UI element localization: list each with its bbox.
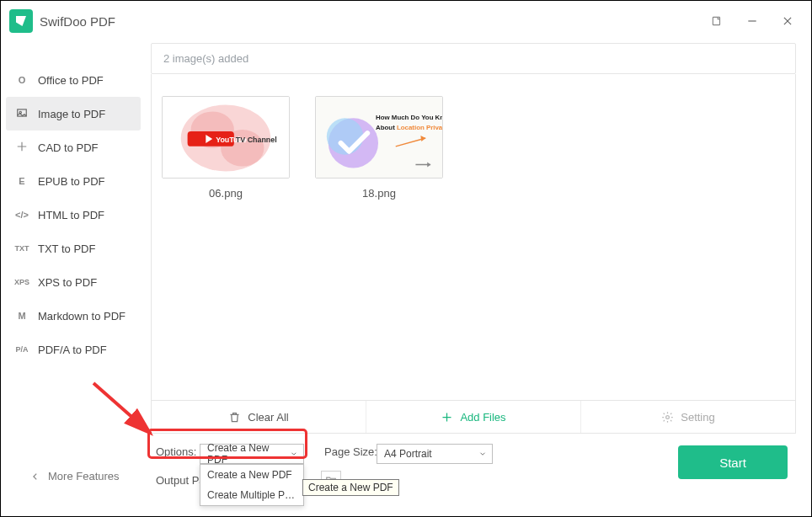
sidebar-item-label: Office to PDF bbox=[38, 74, 104, 87]
more-features-link[interactable]: More Features bbox=[31, 470, 120, 482]
app-logo bbox=[9, 9, 33, 33]
dropdown-option[interactable]: Create Multiple PDF ... bbox=[200, 485, 303, 505]
start-label: Start bbox=[719, 456, 746, 470]
sidebar-item-txt[interactable]: TXTTXT to PDF bbox=[1, 232, 146, 265]
thumbnail-item[interactable]: How Much Do You Know About Location Priv… bbox=[315, 96, 443, 200]
titlebar-extra-button[interactable] bbox=[702, 8, 732, 35]
pagesize-value: A4 Portrait bbox=[384, 448, 432, 460]
options-value: Create a New PDF bbox=[207, 442, 290, 466]
thumbnail-area: YouTube TV Channel 06.png How Much Do Yo… bbox=[151, 74, 796, 401]
sidebar-item-cad[interactable]: CAD to PDF bbox=[1, 131, 146, 164]
thumbnail-item[interactable]: YouTube TV Channel 06.png bbox=[162, 96, 290, 200]
setting-button[interactable]: Setting bbox=[581, 401, 795, 433]
sidebar: OOffice to PDF Image to PDF CAD to PDF E… bbox=[1, 41, 146, 434]
svg-text:TV Channel: TV Channel bbox=[236, 136, 277, 144]
action-bar: Clear All Add Files Setting bbox=[151, 401, 796, 434]
sidebar-item-markdown[interactable]: MMarkdown to PDF bbox=[1, 299, 146, 333]
sidebar-item-label: Image to PDF bbox=[38, 108, 105, 120]
add-files-label: Add Files bbox=[460, 411, 505, 424]
trash-icon bbox=[228, 411, 241, 424]
thumbnail-caption: 18.png bbox=[315, 187, 443, 200]
sidebar-item-label: TXT to PDF bbox=[38, 243, 95, 255]
sidebar-item-pdfa[interactable]: P/APDF/A to PDF bbox=[1, 333, 146, 366]
thumbnail-caption: 06.png bbox=[162, 187, 290, 200]
chevron-down-icon bbox=[478, 450, 487, 458]
sidebar-item-image[interactable]: Image to PDF bbox=[6, 97, 141, 131]
svg-point-21 bbox=[666, 415, 670, 418]
gear-icon bbox=[661, 411, 674, 424]
pagesize-dropdown[interactable]: A4 Portrait bbox=[377, 444, 493, 464]
sidebar-item-label: Markdown to PDF bbox=[38, 310, 126, 322]
chevron-down-icon bbox=[290, 450, 298, 458]
sidebar-item-html[interactable]: </>HTML to PDF bbox=[1, 198, 146, 232]
setting-label: Setting bbox=[681, 411, 714, 424]
start-button[interactable]: Start bbox=[678, 445, 788, 479]
svg-rect-0 bbox=[713, 17, 719, 24]
status-text: 2 image(s) added bbox=[151, 43, 796, 74]
svg-text:How Much Do You Know: How Much Do You Know bbox=[376, 114, 442, 121]
chevron-left-icon bbox=[31, 472, 40, 481]
clear-all-label: Clear All bbox=[248, 411, 288, 424]
minimize-button[interactable] bbox=[737, 8, 767, 35]
plus-icon bbox=[441, 411, 453, 424]
options-dropdown[interactable]: Create a New PDF bbox=[200, 444, 304, 464]
clear-all-button[interactable]: Clear All bbox=[152, 401, 366, 433]
sidebar-item-label: XPS to PDF bbox=[38, 276, 97, 289]
dropdown-option[interactable]: Create a New PDF bbox=[200, 465, 303, 485]
options-label: Options: bbox=[156, 445, 196, 458]
close-button[interactable] bbox=[772, 8, 803, 35]
sidebar-item-office[interactable]: OOffice to PDF bbox=[1, 63, 146, 97]
sidebar-item-label: PDF/A to PDF bbox=[38, 344, 107, 356]
sidebar-item-label: HTML to PDF bbox=[38, 209, 104, 221]
pagesize-label: Page Size: bbox=[324, 445, 377, 458]
add-files-button[interactable]: Add Files bbox=[366, 401, 581, 433]
sidebar-item-epub[interactable]: EEPUB to PDF bbox=[1, 164, 146, 198]
sidebar-item-xps[interactable]: XPSXPS to PDF bbox=[1, 265, 146, 299]
options-dropdown-menu: Create a New PDF Create Multiple PDF ... bbox=[200, 464, 304, 506]
tooltip: Create a New PDF bbox=[302, 479, 399, 496]
svg-text:About Location Privacy: About Location Privacy bbox=[376, 124, 442, 131]
sidebar-item-label: EPUB to PDF bbox=[38, 175, 104, 188]
thumbnail-preview: How Much Do You Know About Location Priv… bbox=[315, 96, 443, 179]
thumbnail-preview: YouTube TV Channel bbox=[162, 96, 290, 179]
sidebar-item-label: CAD to PDF bbox=[38, 141, 99, 154]
titlebar: SwifDoo PDF bbox=[1, 1, 811, 41]
app-title: SwifDoo PDF bbox=[40, 14, 115, 29]
more-features-label: More Features bbox=[48, 470, 120, 482]
